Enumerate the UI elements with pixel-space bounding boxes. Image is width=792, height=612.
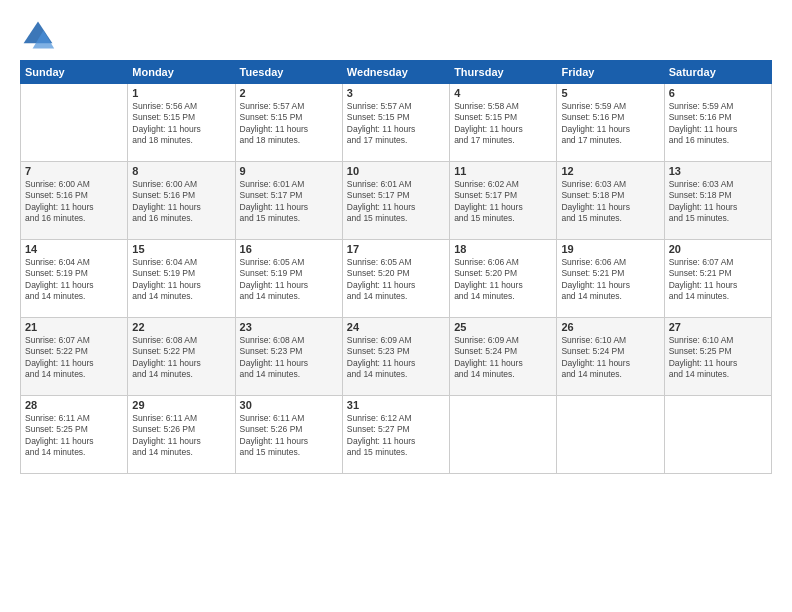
day-number: 20 bbox=[669, 243, 767, 255]
calendar-cell: 11Sunrise: 6:02 AM Sunset: 5:17 PM Dayli… bbox=[450, 162, 557, 240]
calendar-cell: 1Sunrise: 5:56 AM Sunset: 5:15 PM Daylig… bbox=[128, 84, 235, 162]
day-number: 27 bbox=[669, 321, 767, 333]
day-number: 17 bbox=[347, 243, 445, 255]
day-of-week-header: Tuesday bbox=[235, 61, 342, 84]
day-number: 6 bbox=[669, 87, 767, 99]
calendar-cell: 3Sunrise: 5:57 AM Sunset: 5:15 PM Daylig… bbox=[342, 84, 449, 162]
day-number: 23 bbox=[240, 321, 338, 333]
day-of-week-header: Monday bbox=[128, 61, 235, 84]
day-number: 3 bbox=[347, 87, 445, 99]
calendar-cell bbox=[450, 396, 557, 474]
day-info: Sunrise: 6:00 AM Sunset: 5:16 PM Dayligh… bbox=[132, 179, 230, 225]
day-of-week-header: Friday bbox=[557, 61, 664, 84]
calendar-cell: 20Sunrise: 6:07 AM Sunset: 5:21 PM Dayli… bbox=[664, 240, 771, 318]
calendar-cell: 16Sunrise: 6:05 AM Sunset: 5:19 PM Dayli… bbox=[235, 240, 342, 318]
day-info: Sunrise: 6:01 AM Sunset: 5:17 PM Dayligh… bbox=[347, 179, 445, 225]
day-number: 4 bbox=[454, 87, 552, 99]
day-number: 8 bbox=[132, 165, 230, 177]
day-number: 2 bbox=[240, 87, 338, 99]
calendar-cell: 21Sunrise: 6:07 AM Sunset: 5:22 PM Dayli… bbox=[21, 318, 128, 396]
calendar-cell: 4Sunrise: 5:58 AM Sunset: 5:15 PM Daylig… bbox=[450, 84, 557, 162]
calendar-cell: 2Sunrise: 5:57 AM Sunset: 5:15 PM Daylig… bbox=[235, 84, 342, 162]
day-of-week-header: Saturday bbox=[664, 61, 771, 84]
day-number: 21 bbox=[25, 321, 123, 333]
day-info: Sunrise: 6:09 AM Sunset: 5:24 PM Dayligh… bbox=[454, 335, 552, 381]
day-number: 7 bbox=[25, 165, 123, 177]
day-info: Sunrise: 6:06 AM Sunset: 5:20 PM Dayligh… bbox=[454, 257, 552, 303]
calendar-cell: 26Sunrise: 6:10 AM Sunset: 5:24 PM Dayli… bbox=[557, 318, 664, 396]
calendar-cell: 14Sunrise: 6:04 AM Sunset: 5:19 PM Dayli… bbox=[21, 240, 128, 318]
day-number: 24 bbox=[347, 321, 445, 333]
day-info: Sunrise: 6:12 AM Sunset: 5:27 PM Dayligh… bbox=[347, 413, 445, 459]
day-info: Sunrise: 6:03 AM Sunset: 5:18 PM Dayligh… bbox=[561, 179, 659, 225]
day-number: 10 bbox=[347, 165, 445, 177]
calendar-cell: 9Sunrise: 6:01 AM Sunset: 5:17 PM Daylig… bbox=[235, 162, 342, 240]
day-info: Sunrise: 6:05 AM Sunset: 5:20 PM Dayligh… bbox=[347, 257, 445, 303]
page: SundayMondayTuesdayWednesdayThursdayFrid… bbox=[0, 0, 792, 612]
calendar-cell: 12Sunrise: 6:03 AM Sunset: 5:18 PM Dayli… bbox=[557, 162, 664, 240]
calendar-week-row: 1Sunrise: 5:56 AM Sunset: 5:15 PM Daylig… bbox=[21, 84, 772, 162]
calendar-week-row: 21Sunrise: 6:07 AM Sunset: 5:22 PM Dayli… bbox=[21, 318, 772, 396]
calendar-cell: 5Sunrise: 5:59 AM Sunset: 5:16 PM Daylig… bbox=[557, 84, 664, 162]
day-number: 15 bbox=[132, 243, 230, 255]
calendar-cell bbox=[21, 84, 128, 162]
calendar-cell: 28Sunrise: 6:11 AM Sunset: 5:25 PM Dayli… bbox=[21, 396, 128, 474]
calendar-cell: 30Sunrise: 6:11 AM Sunset: 5:26 PM Dayli… bbox=[235, 396, 342, 474]
day-number: 22 bbox=[132, 321, 230, 333]
day-info: Sunrise: 6:11 AM Sunset: 5:26 PM Dayligh… bbox=[240, 413, 338, 459]
day-info: Sunrise: 6:09 AM Sunset: 5:23 PM Dayligh… bbox=[347, 335, 445, 381]
day-number: 31 bbox=[347, 399, 445, 411]
day-info: Sunrise: 5:59 AM Sunset: 5:16 PM Dayligh… bbox=[669, 101, 767, 147]
day-info: Sunrise: 6:06 AM Sunset: 5:21 PM Dayligh… bbox=[561, 257, 659, 303]
day-number: 18 bbox=[454, 243, 552, 255]
calendar-cell: 31Sunrise: 6:12 AM Sunset: 5:27 PM Dayli… bbox=[342, 396, 449, 474]
day-info: Sunrise: 6:11 AM Sunset: 5:25 PM Dayligh… bbox=[25, 413, 123, 459]
day-info: Sunrise: 5:57 AM Sunset: 5:15 PM Dayligh… bbox=[240, 101, 338, 147]
header bbox=[20, 18, 772, 54]
day-info: Sunrise: 6:02 AM Sunset: 5:17 PM Dayligh… bbox=[454, 179, 552, 225]
day-info: Sunrise: 6:05 AM Sunset: 5:19 PM Dayligh… bbox=[240, 257, 338, 303]
day-info: Sunrise: 6:10 AM Sunset: 5:25 PM Dayligh… bbox=[669, 335, 767, 381]
calendar-week-row: 28Sunrise: 6:11 AM Sunset: 5:25 PM Dayli… bbox=[21, 396, 772, 474]
day-info: Sunrise: 6:10 AM Sunset: 5:24 PM Dayligh… bbox=[561, 335, 659, 381]
calendar-cell: 15Sunrise: 6:04 AM Sunset: 5:19 PM Dayli… bbox=[128, 240, 235, 318]
day-info: Sunrise: 6:00 AM Sunset: 5:16 PM Dayligh… bbox=[25, 179, 123, 225]
calendar-cell: 8Sunrise: 6:00 AM Sunset: 5:16 PM Daylig… bbox=[128, 162, 235, 240]
day-info: Sunrise: 6:04 AM Sunset: 5:19 PM Dayligh… bbox=[132, 257, 230, 303]
calendar-cell: 18Sunrise: 6:06 AM Sunset: 5:20 PM Dayli… bbox=[450, 240, 557, 318]
day-info: Sunrise: 5:56 AM Sunset: 5:15 PM Dayligh… bbox=[132, 101, 230, 147]
day-number: 14 bbox=[25, 243, 123, 255]
calendar-cell: 19Sunrise: 6:06 AM Sunset: 5:21 PM Dayli… bbox=[557, 240, 664, 318]
day-info: Sunrise: 6:08 AM Sunset: 5:23 PM Dayligh… bbox=[240, 335, 338, 381]
day-number: 29 bbox=[132, 399, 230, 411]
day-info: Sunrise: 5:58 AM Sunset: 5:15 PM Dayligh… bbox=[454, 101, 552, 147]
day-info: Sunrise: 6:08 AM Sunset: 5:22 PM Dayligh… bbox=[132, 335, 230, 381]
day-info: Sunrise: 5:59 AM Sunset: 5:16 PM Dayligh… bbox=[561, 101, 659, 147]
day-number: 28 bbox=[25, 399, 123, 411]
day-number: 5 bbox=[561, 87, 659, 99]
day-of-week-header: Sunday bbox=[21, 61, 128, 84]
day-info: Sunrise: 6:03 AM Sunset: 5:18 PM Dayligh… bbox=[669, 179, 767, 225]
calendar-cell: 25Sunrise: 6:09 AM Sunset: 5:24 PM Dayli… bbox=[450, 318, 557, 396]
calendar-cell: 7Sunrise: 6:00 AM Sunset: 5:16 PM Daylig… bbox=[21, 162, 128, 240]
day-number: 9 bbox=[240, 165, 338, 177]
day-info: Sunrise: 6:11 AM Sunset: 5:26 PM Dayligh… bbox=[132, 413, 230, 459]
day-info: Sunrise: 6:01 AM Sunset: 5:17 PM Dayligh… bbox=[240, 179, 338, 225]
calendar-cell: 27Sunrise: 6:10 AM Sunset: 5:25 PM Dayli… bbox=[664, 318, 771, 396]
day-number: 16 bbox=[240, 243, 338, 255]
calendar-cell bbox=[557, 396, 664, 474]
day-number: 26 bbox=[561, 321, 659, 333]
calendar: SundayMondayTuesdayWednesdayThursdayFrid… bbox=[20, 60, 772, 474]
day-number: 30 bbox=[240, 399, 338, 411]
day-number: 12 bbox=[561, 165, 659, 177]
calendar-cell: 29Sunrise: 6:11 AM Sunset: 5:26 PM Dayli… bbox=[128, 396, 235, 474]
calendar-cell: 23Sunrise: 6:08 AM Sunset: 5:23 PM Dayli… bbox=[235, 318, 342, 396]
day-number: 11 bbox=[454, 165, 552, 177]
day-number: 1 bbox=[132, 87, 230, 99]
calendar-cell: 24Sunrise: 6:09 AM Sunset: 5:23 PM Dayli… bbox=[342, 318, 449, 396]
calendar-cell: 13Sunrise: 6:03 AM Sunset: 5:18 PM Dayli… bbox=[664, 162, 771, 240]
calendar-week-row: 14Sunrise: 6:04 AM Sunset: 5:19 PM Dayli… bbox=[21, 240, 772, 318]
day-number: 19 bbox=[561, 243, 659, 255]
day-number: 13 bbox=[669, 165, 767, 177]
day-info: Sunrise: 6:04 AM Sunset: 5:19 PM Dayligh… bbox=[25, 257, 123, 303]
